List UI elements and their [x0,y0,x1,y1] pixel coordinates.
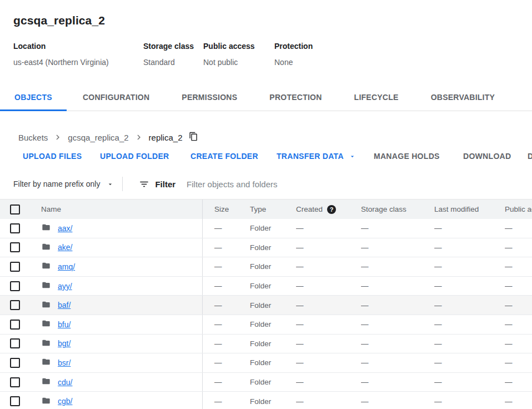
last-modified-cell: — [434,358,505,367]
table-row: cdu/—Folder———— [0,373,532,392]
storage-class-cell: — [361,224,434,232]
select-all-checkbox[interactable] [10,205,20,215]
tab-permissions[interactable]: PERMISSIONS [165,84,253,111]
column-header-public-access[interactable]: Public access [505,205,532,213]
object-link[interactable]: aax/ [58,224,72,233]
name-cell: bfu/ [41,315,202,334]
type-cell: Folder [238,397,296,406]
row-checkbox[interactable] [10,358,20,368]
created-cell: — [296,397,361,406]
table-row: bfu/—Folder———— [0,315,532,335]
public-access-cell: — [505,358,532,367]
create-folder-button[interactable]: CREATE FOLDER [181,147,268,165]
name-cell: cdu/ [41,373,202,392]
public-access-cell: — [505,378,532,386]
table-row: amq/—Folder———— [0,257,532,277]
tab-protection[interactable]: PROTECTION [253,84,338,111]
column-header-size[interactable]: Size [202,199,238,219]
storage-class-cell: — [361,301,434,310]
row-checkbox[interactable] [10,223,20,233]
folder-icon [41,357,51,368]
folder-icon [41,338,51,349]
transfer-data-button[interactable]: TRANSFER DATA [267,147,365,165]
object-toolbar: UPLOAD FILESUPLOAD FOLDERCREATE FOLDERTR… [0,143,532,169]
last-modified-cell: — [434,282,505,290]
type-cell: Folder [238,340,296,348]
row-checkbox[interactable] [10,300,20,310]
tab-lifecycle[interactable]: LIFECYCLE [338,84,415,111]
breadcrumb-item-gcsqa_replica_2[interactable]: gcsqa_replica_2 [68,133,128,142]
breadcrumb-item-Buckets[interactable]: Buckets [18,133,48,142]
button-label: DOWNLOAD [463,152,511,161]
button-label: MANAGE HOLDS [374,152,440,161]
help-icon[interactable]: ? [327,205,336,214]
column-header-created[interactable]: Created ? [296,205,361,214]
breadcrumb-item-replica_2: replica_2 [149,133,183,142]
row-checkbox-cell [0,257,41,276]
meta-label: Public access [203,42,274,51]
upload-folder-button[interactable]: UPLOAD FOLDER [91,147,178,165]
bucket-header: gcsqa_replica_2 Location us-east4 (North… [0,0,532,67]
row-checkbox-cell [0,392,41,409]
tab-configuration[interactable]: CONFIGURATION [67,84,165,111]
type-cell: Folder [238,378,296,386]
button-label: CREATE FOLDER [190,152,258,161]
last-modified-cell: — [434,397,505,406]
column-header-last-modified[interactable]: Last modified [434,205,505,213]
public-access-cell: — [505,243,532,252]
meta-public-access: Public access Not public [203,42,274,67]
row-checkbox[interactable] [10,242,20,252]
table-row: cgb/—Folder———— [0,392,532,409]
chevron-right-icon [53,132,63,142]
object-link[interactable]: bfu/ [58,320,71,329]
folder-icon [41,281,51,291]
tab-observability[interactable]: OBSERVABILITY [415,84,511,111]
row-checkbox[interactable] [10,338,20,348]
column-header-type[interactable]: Type [238,205,296,213]
name-cell: cgb/ [41,392,202,409]
object-link[interactable]: ayy/ [58,282,72,291]
row-checkbox[interactable] [10,262,20,272]
row-checkbox[interactable] [10,377,20,387]
row-checkbox-cell [0,353,41,372]
object-link[interactable]: ake/ [58,243,72,252]
object-link[interactable]: amq/ [58,262,75,271]
name-cell: amq/ [41,257,202,276]
storage-class-cell: — [361,378,434,386]
column-header-name[interactable]: Name [41,199,202,219]
copy-path-button[interactable] [189,132,198,143]
chevron-down-icon [107,181,114,188]
storage-class-cell: — [361,320,434,328]
filter-input[interactable] [187,176,532,192]
row-checkbox[interactable] [10,396,20,406]
public-access-cell: — [505,262,532,271]
public-access-cell: — [505,340,532,348]
row-checkbox-cell [0,277,41,296]
tab-objects[interactable]: OBJECTS [0,84,67,111]
object-link[interactable]: cdu/ [58,378,72,387]
size-cell: — [202,392,238,409]
download-button[interactable]: DOWNLOAD [454,147,520,165]
name-cell: ake/ [41,238,202,257]
meta-protection: Protection None [274,42,313,67]
row-checkbox[interactable] [10,320,20,330]
meta-label: Protection [274,42,313,51]
upload-files-button[interactable]: UPLOAD FILES [13,147,91,165]
object-link[interactable]: bgt/ [58,339,71,348]
column-header-created-label: Created [296,205,323,213]
object-link[interactable]: cgb/ [58,397,72,406]
delete-button[interactable]: DELETE [518,147,532,165]
name-cell: bgt/ [41,335,202,353]
meta-value: us-east4 (Northern Virginia) [13,58,143,67]
column-header-storage-class[interactable]: Storage class [361,205,434,213]
manage-holds-button[interactable]: MANAGE HOLDS [364,147,449,165]
size-cell: — [202,373,238,392]
row-checkbox-cell [0,238,41,257]
object-link[interactable]: baf/ [58,301,71,310]
name-cell: ayy/ [41,277,202,296]
row-checkbox[interactable] [10,281,20,291]
filter-mode-dropdown[interactable]: Filter by name prefix only [13,179,114,188]
object-link[interactable]: bsr/ [58,358,71,367]
table-row: baf/—Folder———— [0,296,532,315]
meta-label: Location [13,42,143,51]
